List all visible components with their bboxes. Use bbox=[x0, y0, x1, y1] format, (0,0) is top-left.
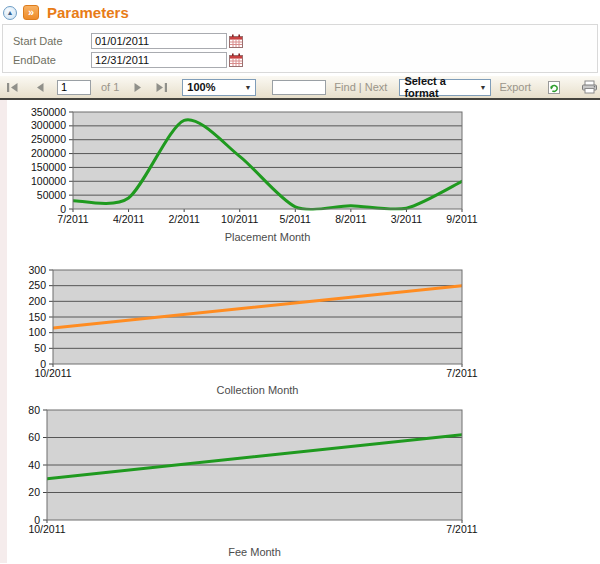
svg-text:100: 100 bbox=[28, 326, 46, 338]
chevrons-icon[interactable]: » bbox=[23, 5, 39, 20]
find-link[interactable]: Find bbox=[334, 81, 355, 93]
svg-text:50000: 50000 bbox=[37, 189, 66, 201]
svg-text:80: 80 bbox=[28, 404, 40, 416]
parameters-header: ▲ » Parameters bbox=[0, 0, 600, 24]
report-viewer: ▲ » Parameters Start Date EndDate bbox=[0, 0, 600, 564]
svg-text:7/2011: 7/2011 bbox=[57, 213, 88, 225]
export-format-select[interactable]: Select a format ▼ bbox=[399, 79, 491, 96]
collection-month-chart-svg: 05010015020025030010/20117/2011Collectio… bbox=[0, 258, 500, 398]
svg-text:20: 20 bbox=[28, 486, 40, 498]
zoom-select[interactable]: 100% ▼ bbox=[182, 79, 256, 96]
svg-text:7/2011: 7/2011 bbox=[446, 367, 477, 379]
page-number-input[interactable] bbox=[57, 80, 91, 95]
chevron-down-icon: ▼ bbox=[479, 84, 486, 91]
collapse-parameters-button[interactable]: ▲ bbox=[3, 6, 17, 20]
start-date-label: Start Date bbox=[13, 35, 91, 47]
previous-page-icon[interactable] bbox=[35, 82, 45, 93]
end-date-label: EndDate bbox=[13, 54, 91, 66]
svg-text:10/2011: 10/2011 bbox=[28, 523, 65, 535]
report-toolbar: of 1 100% ▼ Find | Next Select a format … bbox=[0, 76, 600, 100]
svg-text:200000: 200000 bbox=[31, 147, 66, 159]
svg-text:8/2011: 8/2011 bbox=[335, 213, 366, 225]
svg-text:350000: 350000 bbox=[31, 106, 66, 118]
search-input[interactable] bbox=[272, 80, 326, 95]
svg-text:250: 250 bbox=[28, 279, 46, 291]
svg-text:200: 200 bbox=[28, 295, 46, 307]
svg-text:9/2011: 9/2011 bbox=[446, 213, 477, 225]
next-link[interactable]: Next bbox=[365, 81, 388, 93]
svg-text:40: 40 bbox=[28, 459, 40, 471]
find-next-separator: | bbox=[359, 81, 362, 93]
svg-text:3/2011: 3/2011 bbox=[391, 213, 422, 225]
svg-text:2/2011: 2/2011 bbox=[168, 213, 199, 225]
svg-text:50: 50 bbox=[34, 342, 46, 354]
start-date-row: Start Date bbox=[3, 31, 597, 50]
parameters-panel: Start Date EndDate bbox=[2, 24, 598, 73]
end-date-input[interactable] bbox=[91, 52, 227, 68]
svg-text:Collection Month: Collection Month bbox=[217, 384, 299, 396]
fee-month-chart-svg: 02040608010/20117/2011Fee Month bbox=[0, 402, 500, 562]
export-format-value: Select a format bbox=[404, 75, 475, 99]
calendar-icon[interactable] bbox=[229, 53, 243, 67]
end-date-row: EndDate bbox=[3, 50, 597, 69]
report-body: 0500001000001500002000002500003000003500… bbox=[0, 100, 600, 563]
calendar-icon[interactable] bbox=[229, 34, 243, 48]
up-arrow-icon: ▲ bbox=[7, 9, 14, 16]
last-page-icon[interactable] bbox=[155, 82, 168, 93]
fee-month-chart: 02040608010/20117/2011Fee Month bbox=[0, 402, 600, 562]
svg-text:150000: 150000 bbox=[31, 161, 66, 173]
svg-text:Placement Month: Placement Month bbox=[225, 231, 311, 243]
svg-text:300000: 300000 bbox=[31, 119, 66, 131]
svg-text:150: 150 bbox=[28, 311, 46, 323]
svg-text:Fee Month: Fee Month bbox=[228, 546, 281, 558]
chevron-down-icon: ▼ bbox=[244, 84, 251, 91]
zoom-value: 100% bbox=[187, 81, 215, 93]
print-icon[interactable] bbox=[581, 80, 598, 94]
svg-text:250000: 250000 bbox=[31, 133, 66, 145]
page-title: Parameters bbox=[47, 4, 129, 21]
svg-text:100000: 100000 bbox=[31, 175, 66, 187]
svg-text:4/2011: 4/2011 bbox=[113, 213, 144, 225]
next-page-icon[interactable] bbox=[133, 82, 143, 93]
svg-text:60: 60 bbox=[28, 431, 40, 443]
collection-month-chart: 05010015020025030010/20117/2011Collectio… bbox=[0, 258, 600, 398]
start-date-input[interactable] bbox=[91, 33, 227, 49]
svg-text:10/2011: 10/2011 bbox=[221, 213, 258, 225]
export-link[interactable]: Export bbox=[499, 81, 531, 93]
find-next-group: Find | Next bbox=[334, 81, 387, 93]
svg-text:10/2011: 10/2011 bbox=[34, 367, 71, 379]
first-page-icon[interactable] bbox=[6, 82, 19, 93]
svg-text:5/2011: 5/2011 bbox=[280, 213, 311, 225]
svg-text:7/2011: 7/2011 bbox=[446, 523, 477, 535]
page-count-label: of 1 bbox=[101, 81, 119, 93]
placement-month-chart: 0500001000001500002000002500003000003500… bbox=[0, 104, 600, 244]
placement-month-chart-svg: 0500001000001500002000002500003000003500… bbox=[0, 104, 500, 244]
svg-text:300: 300 bbox=[28, 264, 46, 276]
refresh-icon[interactable] bbox=[547, 80, 561, 95]
